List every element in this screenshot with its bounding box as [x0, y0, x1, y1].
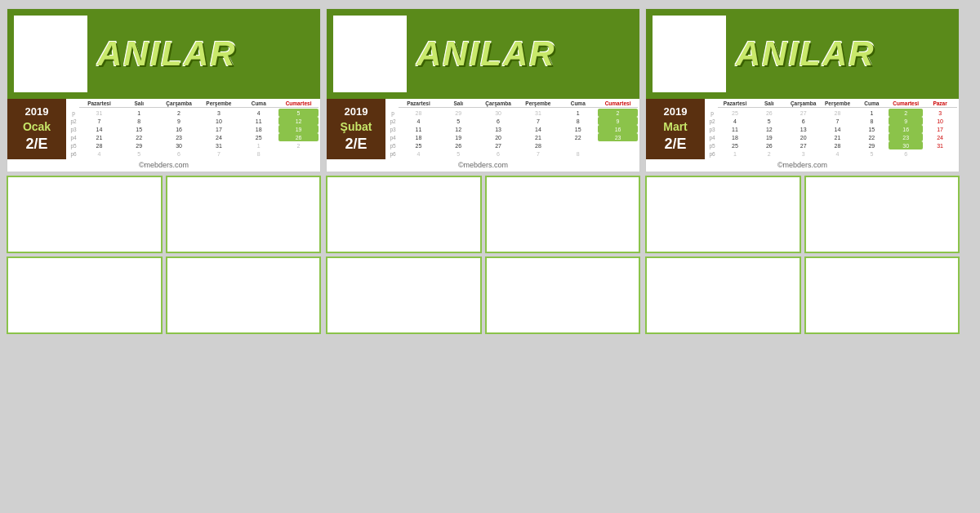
cal-body-subat: 2019 Şubat 2/E Pazartesi Salı Çarşamba P…: [327, 99, 639, 159]
photos-ocak: [7, 176, 321, 334]
class-ocak: 2/E: [25, 136, 47, 153]
calendar-page-mart: ANILAR 2019 Mart 2/E Pazartesi Salı Çarş…: [645, 8, 960, 172]
month-mart: Mart: [663, 120, 688, 133]
photo-4-subat: [485, 256, 641, 334]
photo-row1-ocak: [7, 176, 321, 253]
year-mart: 2019: [664, 105, 688, 118]
header-mart: ANILAR: [646, 9, 959, 99]
photo-row2-subat: [326, 256, 640, 334]
month-ocak: Ocak: [23, 120, 51, 133]
photo-placeholder-mart: [653, 16, 726, 92]
photo-row1-mart: [645, 176, 960, 253]
photo-1-mart: [645, 176, 801, 253]
year-ocak: 2019: [25, 105, 49, 118]
cal-body-ocak: 2019 Ocak 2/E Pazartesi Salı Çarşamba Pe…: [7, 99, 320, 159]
dh-cumartesi-1: Cumartesi: [278, 100, 318, 108]
calendar-page-subat: ANILAR 2019 Şubat 2/E Pazartesi Salı Çar…: [326, 8, 640, 172]
calendar-pages-row: ANILAR 2019 Ocak 2/E Pazartesi Salı: [0, 0, 980, 337]
week6-ocak: p6 4 5 6 7 8: [68, 149, 318, 158]
week5-ocak: p5 28 29 30 31 1 2: [68, 141, 318, 149]
anilar-title-ocak: ANILAR: [94, 9, 320, 99]
photo-3-mart: [645, 256, 801, 334]
week3-ocak: p3 14 15 16 17 18 19: [68, 125, 318, 133]
page-subat: ANILAR 2019 Şubat 2/E Pazartesi Salı Çar…: [326, 8, 640, 334]
photo-row2-mart: [645, 256, 960, 334]
footer-subat: ©mebders.com: [327, 159, 639, 172]
class-mart: 2/E: [664, 136, 686, 153]
dh-sali-1: Salı: [119, 100, 159, 108]
photo-1-subat: [326, 176, 482, 253]
week1-ocak: p 31 1 2 3 4 5: [68, 109, 318, 117]
photo-2-ocak: [166, 176, 322, 253]
month-info-subat: 2019 Şubat 2/E: [327, 99, 385, 159]
photos-subat: [326, 176, 640, 334]
header-ocak: ANILAR: [7, 9, 320, 99]
year-subat: 2019: [345, 105, 368, 118]
dh-persembe-1: Perşembe: [198, 100, 238, 108]
photo-placeholder-subat: [333, 16, 407, 92]
class-subat: 2/E: [345, 136, 367, 153]
anilar-title-subat: ANILAR: [413, 9, 639, 99]
month-info-ocak: 2019 Ocak 2/E: [7, 99, 66, 159]
week4-ocak: p4 21 22 23 24 25 26: [68, 133, 318, 141]
month-subat: Şubat: [341, 120, 372, 133]
photos-mart: [645, 176, 960, 334]
anilar-title-mart: ANILAR: [733, 9, 959, 99]
dh-cuma-1: Cuma: [238, 100, 278, 108]
header-row-mart: Pazartesi Salı Çarşamba Perşembe Cuma Cu…: [706, 100, 957, 109]
photo-1-ocak: [7, 176, 163, 253]
page-ocak: ANILAR 2019 Ocak 2/E Pazartesi Salı: [7, 8, 321, 334]
header-row-ocak: Pazartesi Salı Çarşamba Perşembe Cuma Cu…: [68, 100, 318, 109]
grid-mart: Pazartesi Salı Çarşamba Perşembe Cuma Cu…: [705, 99, 959, 159]
header-subat: ANILAR: [327, 9, 639, 99]
header-row-subat: Pazartesi Salı Çarşamba Perşembe Cuma Cu…: [387, 100, 638, 109]
calendar-page-ocak: ANILAR 2019 Ocak 2/E Pazartesi Salı: [7, 8, 321, 172]
cal-body-mart: 2019 Mart 2/E Pazartesi Salı Çarşamba Pe…: [646, 99, 959, 159]
grid-subat: Pazartesi Salı Çarşamba Perşembe Cuma Cu…: [385, 99, 639, 159]
photo-2-mart: [804, 176, 960, 253]
photo-2-subat: [485, 176, 641, 253]
photo-placeholder-ocak: [14, 16, 87, 92]
page-mart: ANILAR 2019 Mart 2/E Pazartesi Salı Çarş…: [645, 8, 960, 334]
month-info-mart: 2019 Mart 2/E: [646, 99, 705, 159]
photo-4-ocak: [166, 256, 322, 334]
photo-3-subat: [326, 256, 482, 334]
week2-ocak: p2 7 8 9 10 11 12: [68, 117, 318, 125]
footer-mart: ©mebders.com: [646, 159, 959, 172]
dh-carsamba-1: Çarşamba: [159, 100, 199, 108]
photo-3-ocak: [7, 256, 163, 334]
photo-4-mart: [804, 256, 960, 334]
dh-pazartesi-1: Pazartesi: [79, 100, 119, 108]
photo-row1-subat: [326, 176, 640, 253]
grid-ocak: Pazartesi Salı Çarşamba Perşembe Cuma Cu…: [66, 99, 320, 159]
footer-ocak: ©mebders.com: [7, 159, 320, 172]
photo-row2-ocak: [7, 256, 321, 334]
